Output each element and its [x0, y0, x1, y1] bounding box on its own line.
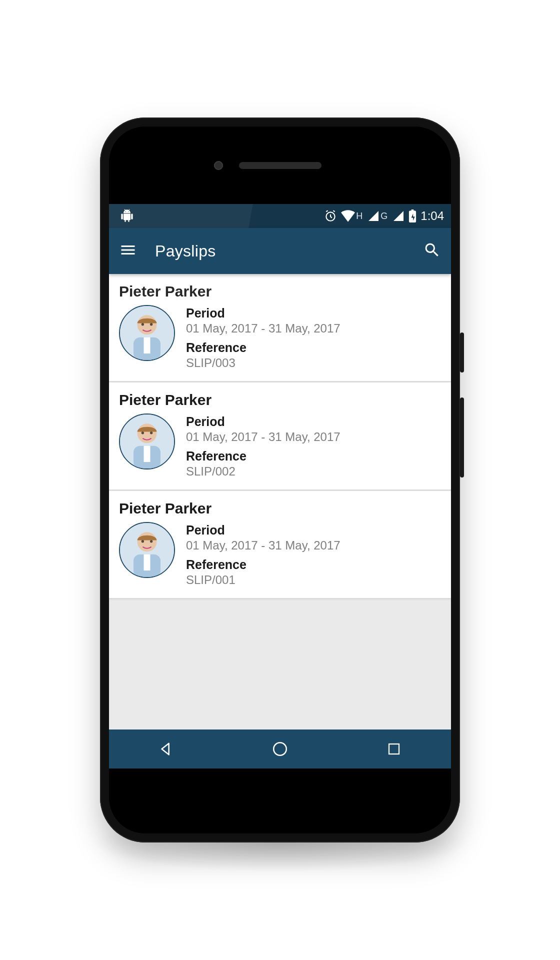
payslip-meta: Period 01 May, 2017 - 31 May, 2017 Refer… [186, 305, 441, 370]
period-label: Period [186, 414, 441, 429]
reference-value: SLIP/003 [186, 356, 441, 370]
network-type-2: G [380, 211, 388, 222]
period-label: Period [186, 306, 441, 320]
power-button [460, 332, 464, 372]
payslip-meta: Period 01 May, 2017 - 31 May, 2017 Refer… [186, 522, 441, 587]
period-value: 01 May, 2017 - 31 May, 2017 [186, 538, 441, 552]
payslip-card[interactable]: Pieter Parker Period 01 May, 2017 - 31 M… [109, 382, 451, 490]
reference-label: Reference [186, 340, 441, 355]
svg-rect-4 [144, 338, 150, 354]
network-type-1: H [356, 211, 362, 222]
back-icon [158, 740, 174, 758]
status-bar: H G 1:04 [109, 204, 451, 228]
system-nav-bar [109, 730, 451, 768]
employee-name: Pieter Parker [119, 500, 441, 517]
back-button[interactable] [154, 738, 178, 760]
status-time: 1:04 [420, 209, 444, 223]
svg-point-19 [274, 742, 286, 756]
menu-button[interactable] [119, 241, 137, 261]
battery-charging-icon [408, 210, 416, 222]
svg-point-17 [142, 540, 144, 542]
payslip-card[interactable]: Pieter Parker Period 01 May, 2017 - 31 M… [109, 274, 451, 382]
payslip-meta: Period 01 May, 2017 - 31 May, 2017 Refer… [186, 414, 441, 478]
screen: H G 1:04 Payslips [109, 204, 451, 768]
svg-point-12 [150, 432, 152, 434]
speaker-grill [239, 162, 322, 169]
reference-value: SLIP/001 [186, 573, 441, 587]
bezel-top [109, 126, 451, 204]
page-title: Payslips [155, 242, 216, 260]
wifi-icon [341, 210, 355, 222]
svg-point-5 [142, 323, 144, 326]
employee-name: Pieter Parker [119, 283, 441, 300]
front-camera [214, 161, 223, 170]
svg-rect-16 [144, 554, 150, 570]
hamburger-icon [119, 241, 137, 259]
period-label: Period [186, 523, 441, 538]
payslip-card[interactable]: Pieter Parker Period 01 May, 2017 - 31 M… [109, 491, 451, 598]
alarm-icon [324, 210, 337, 222]
payslip-list: Pieter Parker Period 01 May, 2017 - 31 M… [109, 274, 451, 730]
period-value: 01 May, 2017 - 31 May, 2017 [186, 430, 441, 444]
signal-icon-1 [368, 210, 380, 222]
volume-button [460, 398, 464, 478]
app-bar: Payslips [109, 228, 451, 274]
android-icon [120, 209, 134, 223]
avatar [119, 522, 175, 578]
svg-point-11 [142, 432, 144, 434]
svg-rect-20 [389, 744, 399, 754]
svg-point-6 [150, 323, 152, 326]
svg-rect-10 [144, 446, 150, 462]
reference-value: SLIP/002 [186, 464, 441, 478]
phone-frame: H G 1:04 Payslips [100, 118, 460, 842]
search-button[interactable] [423, 241, 441, 261]
search-icon [423, 241, 441, 259]
employee-name: Pieter Parker [119, 392, 441, 408]
signal-icon-2 [392, 210, 404, 222]
home-button[interactable] [268, 738, 292, 760]
avatar [119, 305, 175, 361]
period-value: 01 May, 2017 - 31 May, 2017 [186, 322, 441, 336]
bezel-bottom [109, 768, 451, 834]
svg-point-18 [150, 540, 152, 542]
reference-label: Reference [186, 558, 441, 572]
avatar [119, 414, 175, 470]
home-icon [272, 740, 288, 758]
square-icon [386, 742, 402, 756]
recent-apps-button[interactable] [382, 738, 406, 760]
reference-label: Reference [186, 449, 441, 464]
